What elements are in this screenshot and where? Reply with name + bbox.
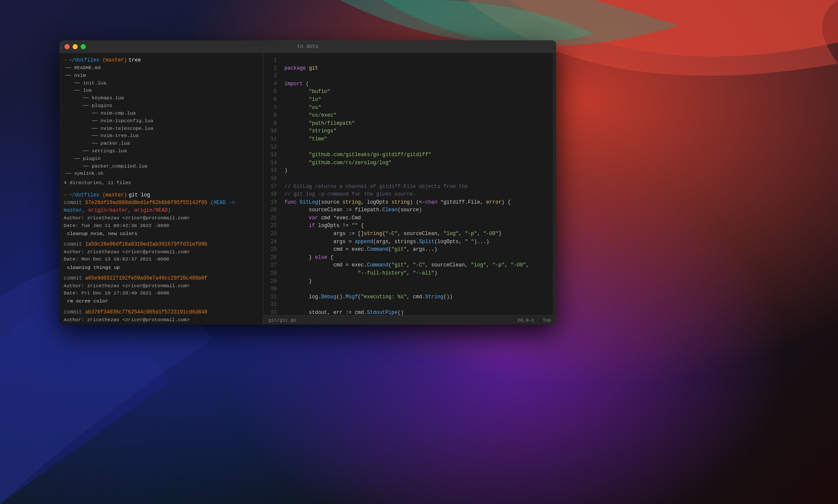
status-filename: git/git.go xyxy=(268,318,296,323)
tree-line: ── packer_compiled.lua xyxy=(64,162,259,170)
minimize-button[interactable] xyxy=(73,44,78,49)
prompt-arrow: → xyxy=(64,56,67,64)
tree-line: ── settings.lua xyxy=(64,147,259,155)
tree-line: ── nvim-lspconfig.lua xyxy=(64,117,259,125)
window-title: tn dots xyxy=(297,44,318,50)
prompt-tree: → ~/dotfiles (master) tree xyxy=(64,56,259,64)
prompt-git-log: → ~/dotfiles (master) git log xyxy=(64,191,259,199)
tree-line: ── nvim-cmp.lua xyxy=(64,109,259,117)
tree-line: ── plugins xyxy=(64,102,259,109)
maximize-button[interactable] xyxy=(81,44,86,49)
prompt-branch-2: (master) xyxy=(102,192,127,198)
right-pane[interactable]: 12345 678910 1112131415 1617181920 21222… xyxy=(263,53,556,325)
commit-3-author: Author: zricethezav <zricer@protonmail.c… xyxy=(64,282,259,289)
code-area[interactable]: 12345 678910 1112131415 1617181920 21222… xyxy=(263,53,556,315)
prompt-path-2: ~/dotfiles xyxy=(69,192,99,198)
commit-4-author: Author: zricethezav <zricer@protonmail.c… xyxy=(64,316,259,323)
terminal-body: → ~/dotfiles (master) tree ── README.md … xyxy=(59,53,556,325)
commit-2-author: Author: zricethezav <zricer@protonmail.c… xyxy=(64,248,259,255)
commit-2-hash-line: commit 1a59c26e06df18a0310ed2ab391679ffd… xyxy=(64,241,259,248)
prompt-arrow-2: → xyxy=(64,191,67,199)
status-position: 29,0-1 xyxy=(517,318,534,323)
code-content[interactable]: package git import ( "bufio" "lo" "os" "… xyxy=(280,53,553,315)
status-right: 29,0-1 Top xyxy=(517,318,551,323)
git-log-section: → ~/dotfiles (master) git log commit 57e… xyxy=(64,189,259,325)
prompt-cmd-2: git log xyxy=(129,191,150,199)
commit-4-hash: ab376f34036c7762544c065d1f5723191cd6d848 xyxy=(85,309,207,315)
tree-line: ── README.md xyxy=(64,64,259,72)
tree-line: ── packer.lua xyxy=(64,140,259,147)
tree-line: ── nvim-telescope.lua xyxy=(64,125,259,132)
tree-line: ── symlink.sh xyxy=(64,170,259,177)
dir-count: 4 directories, 11 files xyxy=(64,179,259,186)
commit-2-hash: 1a59c26e06df18a0310ed2ab391679ffd31ef09b xyxy=(85,241,207,247)
line-numbers: 12345 678910 1112131415 1617181920 21222… xyxy=(263,53,280,315)
commit-4: commit ab376f34036c7762544c065d1f5723191… xyxy=(64,308,259,325)
prompt-cmd: tree xyxy=(129,56,141,64)
commit-1-date: Date: Tue Jan 11 09:42:38 2022 -0600 xyxy=(64,222,259,229)
commit-3-hash: a65e9d03227192fe59a05e7a49cc29f20c486b8f xyxy=(85,275,207,281)
prompt-path: ~/dotfiles xyxy=(69,57,99,63)
traffic-lights xyxy=(65,44,86,49)
tree-line: ── init.lua xyxy=(64,79,259,87)
commit-2-date: Date: Mon Dec 13 10:02:37 2021 -0600 xyxy=(64,255,259,263)
commit-1-hash-line: commit 57e28df19ad888dd8ed1ef62b6b6f95f5… xyxy=(64,199,259,214)
prompt-branch: (master) xyxy=(102,57,127,63)
commit-3-message: rm scree color xyxy=(64,297,259,305)
commit-2-message: cleaning things up xyxy=(64,264,259,271)
commit-1-hash: 57e28df19ad888dd8ed1ef62b6b6f95f55142f05 xyxy=(85,200,207,206)
left-pane[interactable]: → ~/dotfiles (master) tree ── README.md … xyxy=(59,53,263,325)
tree-line: ── nvim-tree.lua xyxy=(64,132,259,140)
commit-3-hash-line: commit a65e9d03227192fe59a05e7a49cc29f20… xyxy=(64,274,259,282)
commit-1-author: Author: zricethezav <zricer@protonmail.c… xyxy=(64,214,259,221)
tree-line: ── lua xyxy=(64,87,259,94)
tree-line: ── keymaps.lua xyxy=(64,94,259,102)
commit-4-hash-line: commit ab376f34036c7762544c065d1f5723191… xyxy=(64,308,259,316)
titlebar: tn dots xyxy=(59,40,556,53)
commit-3: commit a65e9d03227192fe59a05e7a49cc29f20… xyxy=(64,274,259,305)
status-scroll: Top xyxy=(543,318,551,323)
terminal-window: tn dots → ~/dotfiles (master) tree ── RE… xyxy=(59,40,556,325)
commit-1-message: cleanup nvim, new colors xyxy=(64,230,259,237)
commit-2: commit 1a59c26e06df18a0310ed2ab391679ffd… xyxy=(64,241,259,271)
commit-1: commit 57e28df19ad888dd8ed1ef62b6b6f95f5… xyxy=(64,199,259,237)
statusbar: git/git.go 29,0-1 Top xyxy=(263,315,556,325)
file-tree-section: → ~/dotfiles (master) tree ── README.md … xyxy=(64,56,259,186)
tree-line: ── plugin xyxy=(64,155,259,162)
close-button[interactable] xyxy=(65,44,70,49)
commit-3-date: Date: Fri Dec 10 17:28:49 2021 -0600 xyxy=(64,289,259,297)
scrollbar[interactable] xyxy=(553,53,556,315)
commit-4-date: Date: Fri Dec 10 12:45:57 2021 -0600 xyxy=(64,323,259,325)
tree-line: ── nvim xyxy=(64,72,259,79)
